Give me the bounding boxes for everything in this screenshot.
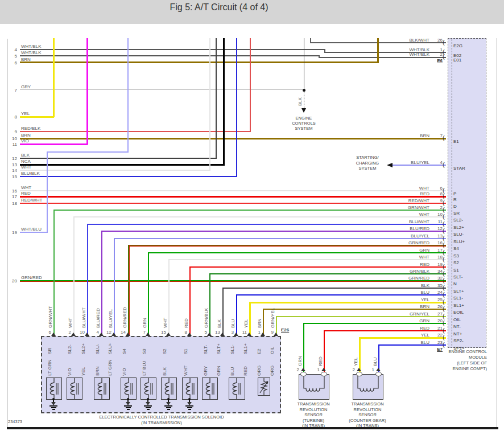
ecm-pin-socket-icon: ( [443,249,445,256]
ecm-terminal-label: S2 [453,260,459,265]
ground-junction-dot [188,398,191,400]
ecm-pin-wire-color-label: RED/WHT [348,198,429,203]
wire-segment [20,158,216,159]
sensor-pin-cavity-icon [356,372,362,376]
wire-segment [236,38,237,177]
solenoid-coil [94,377,110,400]
left-wire-color-label: BLU/BLK [21,171,40,176]
ecm-pin-socket-icon: ( [443,221,445,227]
left-wire-number: 16 [7,188,17,194]
ecm-terminal-label: OIL [453,317,461,322]
sensor-pin-cavity-icon [300,372,307,376]
wire-segment [53,210,55,336]
ground-hatch-icon [167,409,170,410]
ecm-terminal-label: SLU+ [453,239,465,244]
ecm-pin-wire-color-label: WHT [348,186,429,191]
ecm-caption-line: (LEFT SIDE OF [398,360,487,366]
ecm-pin-wire-color-label: GRN [348,318,429,323]
left-wire-number: 20 [7,278,17,284]
wire-segment [20,232,48,233]
solenoid-pin-number: 4 [92,330,99,335]
ecm-terminal-label: SP2- [453,338,464,343]
solenoid-coil [202,377,218,400]
ecm-caption-line: MODULE [398,355,487,360]
ecm-pin-socket-icon: ( [443,228,445,234]
left-wire-color-label: WHT [21,185,31,190]
wire-segment [20,49,324,50]
solenoid-inner-wire-color-label: ORG [270,366,275,376]
ground-junction-dot [127,398,129,400]
ecm-connector-label-e6: E6 [428,58,443,63]
ecm-terminal-label: N [453,281,457,286]
solenoid-pin-number: 6 [44,330,51,335]
ecm-terminal-label: NT+ [453,331,462,336]
sensor-pin-number: 1 [314,367,320,372]
oil-temp-thermistor [258,377,270,396]
solenoid-pin-number: 14 [118,330,126,335]
ecm-terminal-label: R [453,197,457,202]
ecm-pin-socket-icon: ( [443,256,445,262]
entry-arrow-icon [146,333,150,336]
entry-arrow-icon [85,333,89,336]
ecm-pin-socket-icon: ( [443,277,445,284]
ecm-pin-number: 13 [428,233,443,239]
wire-segment [249,302,251,336]
wire-segment [20,61,377,63]
ecm-inner-dashed-line [452,39,452,346]
entry-arrow-icon [261,333,265,336]
ecm-pin-number: 32 [428,276,443,281]
coil-icon [229,378,244,399]
solenoid-pin-number: 7 [138,330,146,335]
ecm-terminal-label: SLU- [453,232,464,237]
ecm-pin-wire-color-label: GRN/WHT [348,205,429,210]
entry-arrow-icon [187,333,192,336]
wire-segment [114,238,115,336]
ecm-pin-socket-icon: ( [443,285,445,291]
solenoid-outer-wire-color-label: BRN [257,318,262,328]
coil-icon [121,378,136,399]
solenoid-terminal-label: S1 [183,348,188,354]
ecm-terminal-label: S1 [453,268,459,273]
ecm-terminal-label: EOIL [453,310,464,315]
ecm-terminal-label: D [453,204,457,209]
ecm-terminal-label: SL2+ [453,225,464,230]
solenoid-inner-wire-color-label: RED [243,366,248,376]
solenoid-box-caption-line: (IN TRANSMISSION) [59,420,265,426]
ground-hatch-icon [185,405,193,407]
sensor-coil-icon [299,375,329,399]
ecm-pin-socket-icon: ( [443,39,445,46]
sensor-caption-line: (IN TRANS) [341,423,394,429]
sensor-caption-line: (IN TRANS) [287,423,340,429]
solenoid-outer-wire-color-label: GRN/RED [122,307,127,328]
ecm-terminal-label: STAR [453,166,465,171]
solenoid-terminal-label: S2 [162,348,167,354]
ecm-terminal-label: E1 [453,139,459,144]
figure-number: 234373 [8,419,22,424]
wire-segment [223,38,225,166]
ecm-pin-number: 23 [428,340,443,345]
solenoid-pin-number: 3 [226,330,234,335]
sensor-caption-line: SENSOR [341,412,394,418]
ecm-pin-number: 10 [428,212,443,217]
left-wire-color-label: WHT/BLK [21,50,42,55]
ecm-pin-number: 16 [428,240,443,245]
sensor-wire-color-label: BLU [373,357,378,366]
ground-hatch-icon [51,407,56,408]
ecm-pin-number: 22 [428,333,443,338]
ecm-pin-socket-icon: ( [443,313,445,319]
wire-segment [250,38,251,132]
sensor-caption-line: (COUNTER GEAR) [341,418,394,424]
ecm-terminal-label: SLT- [453,274,462,280]
ecm-pin-socket-icon: ( [443,264,445,270]
ecm-pin-wire-color-label: WHT [348,212,429,217]
ecm-pin-wire-color-label: BLK/WHT [348,38,429,43]
ecm-pin-socket-icon: ( [443,299,445,305]
solenoid-inner-wire-color-label: LT GRN [47,359,52,376]
ecm-pin-socket-icon: ( [443,54,445,60]
ground-junction-dot [52,398,55,400]
ecm-pin-socket-icon: ( [443,200,445,206]
ecm-pin-number: 2 [428,52,443,57]
ecm-pin-number: 34 [428,269,443,274]
ecm-pin-wire-color-label: WHT [348,255,429,260]
wire-segment [20,176,237,177]
